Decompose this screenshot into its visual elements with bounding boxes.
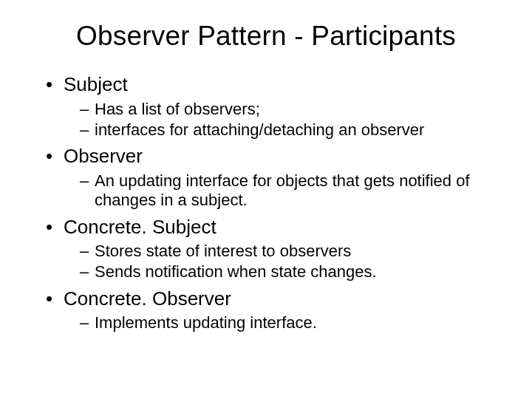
bullet-item: Concrete. Subject Stores state of intere… bbox=[46, 215, 502, 282]
sub-item: An updating interface for objects that g… bbox=[80, 171, 502, 211]
sub-list: An updating interface for objects that g… bbox=[80, 171, 502, 211]
bullet-item: Concrete. Observer Implements updating i… bbox=[46, 287, 502, 333]
bullet-item: Subject Has a list of observers; interfa… bbox=[46, 72, 502, 140]
sub-list: Has a list of observers; interfaces for … bbox=[80, 100, 502, 140]
sub-item: Stores state of interest to observers bbox=[80, 242, 502, 261]
sub-item: Sends notification when state changes. bbox=[80, 262, 502, 282]
bullet-label: Subject bbox=[64, 73, 128, 95]
slide: Observer Pattern - Participants Subject … bbox=[0, 0, 532, 399]
sub-item: Has a list of observers; bbox=[80, 100, 502, 119]
bullet-label: Concrete. Subject bbox=[64, 216, 216, 238]
bullet-list: Subject Has a list of observers; interfa… bbox=[46, 72, 502, 333]
bullet-item: Observer An updating interface for objec… bbox=[46, 144, 502, 210]
sub-list: Implements updating interface. bbox=[80, 313, 502, 332]
sub-list: Stores state of interest to observers Se… bbox=[80, 242, 502, 282]
bullet-label: Observer bbox=[64, 145, 143, 167]
bullet-label: Concrete. Observer bbox=[64, 287, 231, 310]
slide-title: Observer Pattern - Participants bbox=[30, 21, 502, 52]
sub-item: interfaces for attaching/detaching an ob… bbox=[80, 120, 502, 140]
sub-item: Implements updating interface. bbox=[80, 313, 502, 332]
